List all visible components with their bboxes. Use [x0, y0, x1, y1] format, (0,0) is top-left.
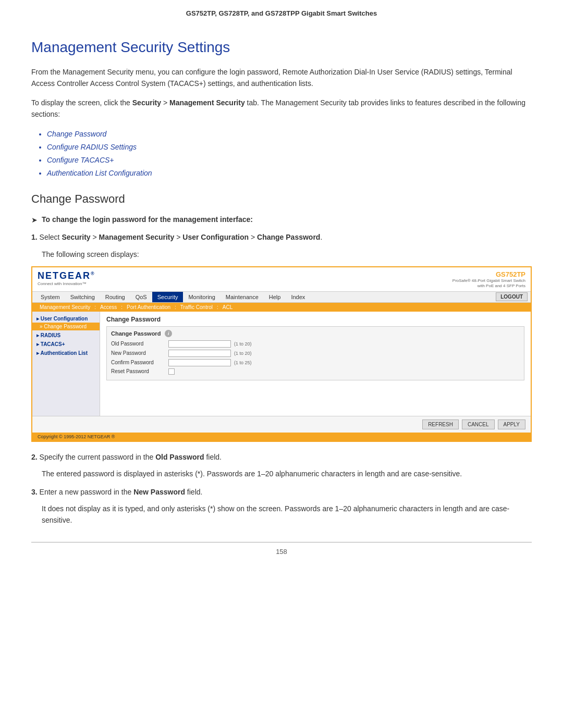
ss-sidebar-auth-list-group: ▸ Authentication List: [32, 349, 100, 357]
step-3: 3. Enter a new password in the New Passw…: [31, 486, 532, 498]
ss-refresh-button[interactable]: REFRESH: [422, 419, 459, 429]
ss-product-info: GS752TP ProSafe® 48-Port Gigabit Smart S…: [452, 270, 525, 289]
procedure-label: To change the login password for the man…: [42, 215, 253, 224]
ss-model: GS752TP: [452, 270, 525, 278]
step-2-num: 2.: [31, 453, 38, 461]
ss-sidebar-radius-group: ▸ RADIUS: [32, 331, 100, 339]
ss-nav-security[interactable]: Security: [152, 292, 183, 302]
ss-subnav-port-auth[interactable]: Port Authentication: [123, 303, 175, 312]
link-change-password[interactable]: Change Password: [47, 130, 106, 138]
ss-main-title: Change Password: [106, 316, 524, 323]
ss-subnav-acl[interactable]: ACL: [218, 303, 237, 312]
ss-sidebar-user-config[interactable]: ▸ User Configuration: [32, 315, 100, 323]
screenshot-box: NETGEAR® Connect with Innovation™ GS752T…: [31, 266, 532, 442]
ss-nav-monitoring[interactable]: Monitoring: [183, 292, 220, 302]
ss-info-icon[interactable]: i: [165, 330, 172, 337]
ss-subnav-traffic-control[interactable]: Traffic Control: [176, 303, 217, 312]
ss-product-desc: ProSafe® 48-Port Gigabit Smart Switchwit…: [452, 278, 525, 289]
ss-cancel-button[interactable]: CANCEL: [462, 419, 495, 429]
ss-nav-maintenance[interactable]: Maintenance: [221, 292, 264, 302]
ss-sidebar-user-config-group: ▸ User Configuration » Change Password: [32, 315, 100, 330]
ss-form-box-title: Change Password i: [111, 330, 520, 337]
ss-nav-switching[interactable]: Switching: [65, 292, 100, 302]
ss-sidebar: ▸ User Configuration » Change Password ▸…: [32, 312, 100, 416]
ss-sidebar-tacacs-group: ▸ TACACS+: [32, 340, 100, 348]
ss-label-old-password: Old Password: [111, 341, 168, 347]
ss-sidebar-radius[interactable]: ▸ RADIUS: [32, 331, 100, 339]
section-change-password: Change Password: [31, 192, 532, 206]
ss-nav-routing[interactable]: Routing: [100, 292, 130, 302]
intro-paragraph-1: From the Management Security menu, you c…: [31, 66, 532, 90]
link-configure-tacacs[interactable]: Configure TACACS+: [47, 156, 114, 164]
ss-logo: NETGEAR® Connect with Innovation™: [38, 270, 95, 286]
step-1-sub: The following screen displays:: [42, 249, 532, 260]
ss-input-new-password[interactable]: [168, 350, 231, 357]
ss-label-confirm-password: Confirm Password: [111, 360, 168, 365]
ss-netgear-logo: NETGEAR®: [38, 270, 95, 281]
ss-nav-bar: System Switching Routing QoS Security Mo…: [32, 291, 531, 303]
ss-label-reset-password: Reset Password: [111, 368, 168, 374]
page-number: 158: [276, 548, 287, 556]
page-footer: 158: [31, 542, 532, 556]
ss-label-new-password: New Password: [111, 350, 168, 356]
ss-hint-new-password: (1 to 20): [234, 351, 252, 356]
ss-body: ▸ User Configuration » Change Password ▸…: [32, 312, 531, 416]
link-auth-list[interactable]: Authentication List Configuration: [47, 169, 152, 177]
ss-hint-old-password: (1 to 20): [234, 341, 252, 347]
ss-sub-nav: Management Security : Access : Port Auth…: [32, 303, 531, 312]
ss-hint-confirm-password: (1 to 25): [234, 360, 252, 365]
ss-sidebar-auth-list[interactable]: ▸ Authentication List: [32, 349, 100, 357]
ss-form-box: Change Password i Old Password (1 to 20)…: [106, 326, 524, 380]
ss-nav-system[interactable]: System: [35, 292, 65, 302]
step-3-sub: It does not display as it is typed, and …: [42, 503, 532, 526]
ss-nav-index[interactable]: Index: [286, 292, 310, 302]
procedure-header: ➤ To change the login password for the m…: [31, 215, 532, 224]
ss-main-content: Change Password Change Password i Old Pa…: [100, 312, 531, 416]
link-configure-radius[interactable]: Configure RADIUS Settings: [47, 143, 137, 151]
ss-subnav-access[interactable]: Access: [96, 303, 121, 312]
ss-form-row-reset-pw: Reset Password: [111, 368, 520, 375]
intro-paragraph-2: To display the screen, click the Securit…: [31, 97, 532, 120]
ss-sidebar-change-pw[interactable]: » Change Password: [32, 323, 100, 330]
ss-nav-help[interactable]: Help: [264, 292, 286, 302]
ss-tagline: Connect with Innovation™: [38, 281, 95, 286]
ss-form-row-confirm-pw: Confirm Password (1 to 25): [111, 359, 520, 366]
arrow-symbol: ➤: [31, 216, 38, 224]
ss-form-title-text: Change Password: [111, 330, 161, 337]
page-header: GS752TP, GS728TP, and GS728TPP Gigabit S…: [31, 0, 532, 22]
ss-input-confirm-password[interactable]: [168, 359, 231, 366]
step-2-sub: The entered password is displayed in ast…: [42, 468, 532, 479]
ss-nav-qos[interactable]: QoS: [130, 292, 152, 302]
ss-sidebar-tacacs[interactable]: ▸ TACACS+: [32, 340, 100, 348]
ss-logout-button[interactable]: LOGOUT: [496, 292, 528, 301]
ss-apply-button[interactable]: APPLY: [498, 419, 526, 429]
ss-subnav-management-security[interactable]: Management Security: [35, 303, 94, 312]
step-3-num: 3.: [31, 488, 38, 496]
ss-footer: REFRESH CANCEL APPLY: [32, 416, 531, 433]
page-title: Management Security Settings: [31, 39, 532, 56]
ss-input-old-password[interactable]: [168, 340, 231, 348]
ss-copyright: Copyright © 1995-2012 NETGEAR ®: [32, 433, 531, 441]
feature-links-list: Change Password Configure RADIUS Setting…: [47, 128, 532, 180]
ss-checkbox-reset-password[interactable]: [168, 368, 175, 375]
ss-header: NETGEAR® Connect with Innovation™ GS752T…: [32, 267, 531, 291]
step-1-num: 1.: [31, 233, 38, 241]
ss-form-row-old-pw: Old Password (1 to 20): [111, 340, 520, 348]
ss-form-row-new-pw: New Password (1 to 20): [111, 350, 520, 357]
step-2: 2. Specify the current password in the O…: [31, 451, 532, 463]
step-1: 1. Select Security > Management Security…: [31, 231, 532, 243]
